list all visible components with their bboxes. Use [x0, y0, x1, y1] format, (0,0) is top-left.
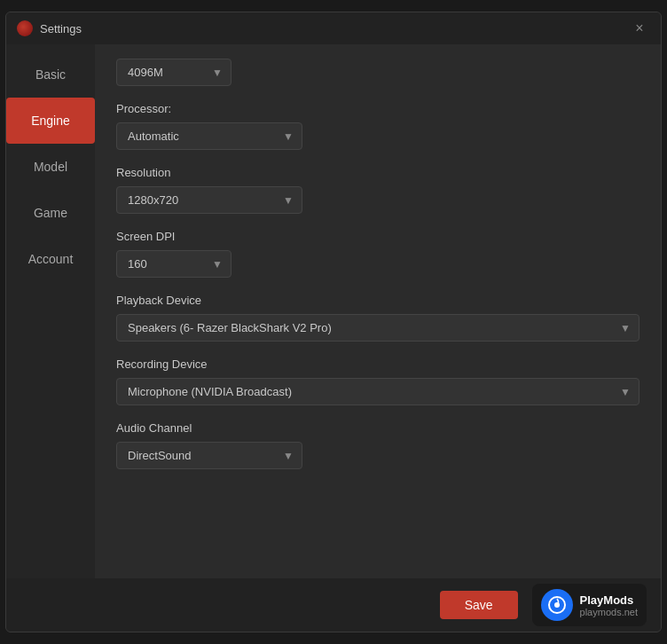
audio-channel-label: Audio Channel — [116, 421, 640, 435]
title-bar: Settings × — [6, 12, 661, 44]
memory-group: 4096M ▼ — [116, 59, 640, 86]
sidebar-item-model[interactable]: Model — [6, 144, 95, 190]
playback-device-select[interactable]: Speakers (6- Razer BlackShark V2 Pro) ▼ — [116, 314, 640, 342]
save-button[interactable]: Save — [440, 591, 518, 619]
memory-dropdown-arrow: ▼ — [212, 67, 223, 79]
sidebar-label-game: Game — [34, 206, 67, 220]
screen-dpi-select-box[interactable]: 160 ▼ — [116, 250, 231, 278]
audio-channel-dropdown-arrow: ▼ — [283, 450, 294, 462]
resolution-select[interactable]: 1280x720 ▼ — [116, 186, 302, 214]
processor-dropdown-arrow: ▼ — [283, 130, 294, 143]
sidebar-item-basic[interactable]: Basic — [6, 51, 95, 98]
playmods-name: PlayMods — [580, 593, 638, 607]
processor-select[interactable]: Automatic ▼ — [116, 122, 302, 150]
sidebar: Basic Engine Model Game Account — [6, 44, 95, 578]
window-title: Settings — [40, 22, 82, 35]
resolution-value: 1280x720 — [128, 193, 178, 207]
screen-dpi-group: Screen DPI 160 ▼ — [116, 230, 640, 278]
memory-select-box[interactable]: 4096M ▼ — [116, 59, 231, 86]
sidebar-item-game[interactable]: Game — [6, 190, 95, 236]
screen-dpi-dropdown-arrow: ▼ — [212, 258, 223, 271]
resolution-dropdown-arrow: ▼ — [283, 194, 294, 207]
sidebar-item-account[interactable]: Account — [6, 236, 95, 282]
main-content: Basic Engine Model Game Account 4096M — [6, 44, 661, 578]
processor-label: Processor: — [116, 102, 640, 115]
memory-value: 4096M — [128, 66, 163, 79]
audio-channel-group: Audio Channel DirectSound ▼ — [116, 421, 640, 469]
playback-device-label: Playback Device — [116, 294, 640, 307]
recording-device-group: Recording Device Microphone (NVIDIA Broa… — [116, 357, 640, 405]
settings-window: Settings × Basic Engine Model Game Accou… — [5, 12, 662, 632]
playmods-text: PlayMods playmods.net — [580, 593, 638, 617]
screen-dpi-select[interactable]: 160 ▼ — [116, 250, 231, 278]
playmods-url: playmods.net — [580, 607, 638, 617]
processor-group: Processor: Automatic ▼ — [116, 102, 640, 150]
recording-device-label: Recording Device — [116, 357, 640, 371]
sidebar-label-model: Model — [34, 160, 67, 174]
memory-select[interactable]: 4096M ▼ — [116, 59, 231, 86]
screen-dpi-label: Screen DPI — [116, 230, 640, 243]
resolution-label: Resolution — [116, 166, 640, 179]
playmods-icon — [541, 589, 573, 621]
sidebar-item-engine[interactable]: Engine — [6, 98, 95, 144]
screen-dpi-value: 160 — [128, 257, 147, 271]
recording-device-value: Microphone (NVIDIA Broadcast) — [128, 385, 292, 398]
sidebar-label-engine: Engine — [31, 114, 70, 128]
resolution-select-box[interactable]: 1280x720 ▼ — [116, 186, 302, 214]
sidebar-label-account: Account — [28, 252, 74, 266]
app-icon — [17, 20, 33, 36]
close-button[interactable]: × — [629, 18, 650, 39]
processor-value: Automatic — [128, 130, 179, 143]
playmods-badge: PlayMods playmods.net — [532, 584, 647, 626]
footer: Save PlayMods playmods.net — [6, 578, 661, 632]
playback-device-select-box[interactable]: Speakers (6- Razer BlackShark V2 Pro) ▼ — [116, 314, 640, 342]
audio-channel-select[interactable]: DirectSound ▼ — [116, 442, 302, 469]
playback-device-value: Speakers (6- Razer BlackShark V2 Pro) — [128, 321, 332, 334]
resolution-group: Resolution 1280x720 ▼ — [116, 166, 640, 214]
recording-device-dropdown-arrow: ▼ — [620, 386, 631, 398]
playback-device-dropdown-arrow: ▼ — [620, 322, 631, 334]
audio-channel-select-box[interactable]: DirectSound ▼ — [116, 442, 302, 469]
recording-device-select[interactable]: Microphone (NVIDIA Broadcast) ▼ — [116, 378, 640, 405]
sidebar-label-basic: Basic — [35, 67, 66, 82]
processor-select-box[interactable]: Automatic ▼ — [116, 122, 302, 150]
title-bar-left: Settings — [17, 20, 82, 36]
audio-channel-value: DirectSound — [128, 449, 192, 462]
content-area: 4096M ▼ Processor: Automatic ▼ Resolutio… — [95, 44, 661, 578]
playback-device-group: Playback Device Speakers (6- Razer Black… — [116, 294, 640, 342]
recording-device-select-box[interactable]: Microphone (NVIDIA Broadcast) ▼ — [116, 378, 640, 405]
